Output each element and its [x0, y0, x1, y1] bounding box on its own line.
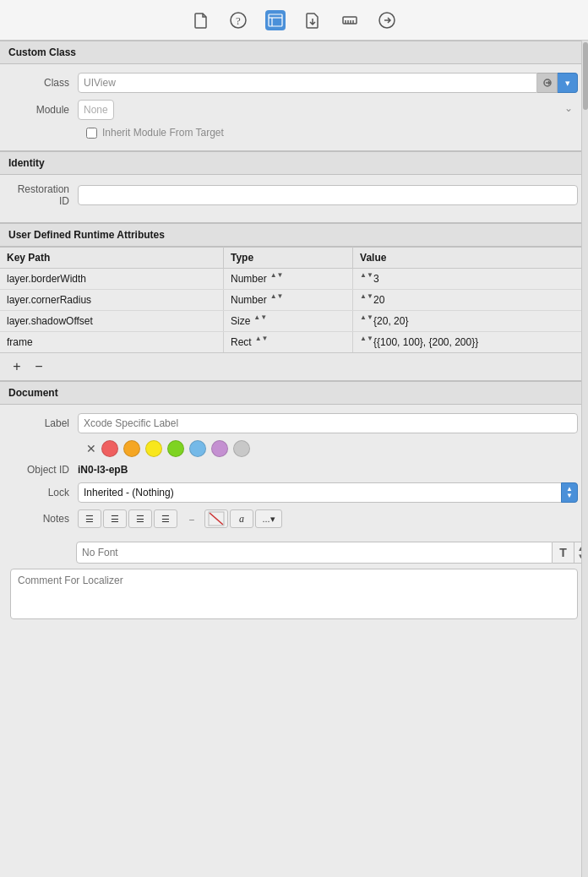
table-row: layer.cornerRadius Number ▲▼ ▲▼ 20	[0, 290, 588, 311]
font-input-wrap: T ▲ ▼	[76, 542, 588, 564]
value-stepper[interactable]: ▲▼	[360, 272, 370, 286]
scrollbar-track[interactable]	[581, 41, 588, 877]
swatch-blue[interactable]	[189, 440, 206, 457]
scrollbar-thumb[interactable]	[583, 42, 588, 110]
table-row: layer.shadowOffset Size ▲▼ ▲▼ {20, 20}	[0, 311, 588, 332]
keypath-cell: layer.cornerRadius	[0, 290, 223, 311]
notes-align-center-btn[interactable]: ☰	[103, 509, 127, 528]
col-type: Type	[223, 248, 352, 269]
type-stepper[interactable]: ▲▼	[253, 314, 264, 328]
document-body: Label ✕ Object ID iN0-l3-epB Lock	[0, 405, 588, 542]
ruler-icon[interactable]	[340, 10, 360, 30]
lock-select[interactable]: Inherited - (Nothing)	[78, 482, 578, 503]
class-arrow-btn[interactable]	[537, 73, 558, 93]
lock-label: Lock	[10, 487, 78, 498]
comment-wrap	[10, 569, 578, 622]
inherit-module-row: Inherit Module From Target	[10, 127, 578, 139]
keypath-cell: layer.borderWidth	[0, 269, 223, 290]
notes-align-right-btn[interactable]: ☰	[128, 509, 152, 528]
type-cell: Number ▲▼	[223, 269, 352, 290]
user-attrs-title: User Defined Runtime Attributes	[8, 229, 165, 241]
class-input[interactable]	[78, 73, 537, 93]
inherit-module-label: Inherit Module From Target	[102, 127, 224, 139]
font-input[interactable]	[76, 542, 553, 564]
restoration-id-input[interactable]	[78, 185, 578, 205]
notes-label: Notes	[10, 513, 78, 525]
identity-body: Restoration ID	[0, 175, 588, 222]
user-attrs-header: User Defined Runtime Attributes	[0, 223, 588, 247]
class-row: Class ▾	[10, 73, 578, 93]
keypath-cell: layer.shadowOffset	[0, 311, 223, 332]
value-cell: ▲▼ {20, 20}	[353, 311, 588, 332]
notes-text-btn[interactable]: a	[230, 509, 253, 528]
color-swatch-row: ✕	[10, 440, 578, 457]
identity-icon[interactable]	[265, 10, 286, 30]
forward-icon[interactable]	[377, 10, 397, 30]
type-cell: Size ▲▼	[223, 311, 352, 332]
restoration-id-label: Restoration ID	[10, 183, 78, 207]
custom-class-title: Custom Class	[8, 46, 76, 58]
value-cell: ▲▼ 3	[353, 269, 588, 290]
notes-separator-btn[interactable]: ---	[179, 509, 203, 528]
module-label: Module	[10, 104, 78, 116]
class-input-wrap: ▾	[78, 73, 578, 93]
swatch-yellow[interactable]	[145, 440, 162, 457]
inherit-module-checkbox[interactable]	[86, 128, 97, 139]
object-id-label: Object ID	[10, 464, 78, 476]
label-input[interactable]	[78, 413, 578, 433]
class-label: Class	[10, 77, 78, 89]
module-select-wrap: None	[78, 100, 578, 120]
object-id-row: Object ID iN0-l3-epB	[10, 464, 578, 476]
table-row: layer.borderWidth Number ▲▼ ▲▼ 3	[0, 269, 588, 290]
notes-justify-btn[interactable]: ☰	[154, 509, 177, 528]
add-remove-bar: + −	[0, 352, 588, 380]
notes-align-left-btn[interactable]: ☰	[78, 509, 101, 528]
svg-line-12	[210, 513, 223, 525]
swatch-x-button[interactable]: ✕	[86, 442, 96, 455]
value-stepper[interactable]: ▲▼	[360, 314, 370, 328]
remove-attribute-button[interactable]: −	[30, 358, 47, 375]
swatch-orange[interactable]	[123, 440, 140, 457]
font-T-button[interactable]: T	[553, 542, 574, 564]
module-select[interactable]: None	[78, 100, 114, 120]
arrow-down-icon[interactable]	[302, 10, 323, 30]
toolbar: ?	[0, 0, 588, 41]
lock-down-arrow: ▼	[566, 493, 573, 499]
value-stepper[interactable]: ▲▼	[360, 293, 370, 307]
swatch-gray[interactable]	[233, 440, 250, 457]
type-stepper[interactable]: ▲▼	[255, 335, 265, 349]
label-row: Label	[10, 413, 578, 433]
comment-textarea[interactable]	[10, 569, 578, 619]
custom-class-header: Custom Class	[0, 41, 588, 64]
class-blue-btn[interactable]: ▾	[558, 73, 578, 93]
type-stepper[interactable]: ▲▼	[270, 272, 280, 286]
notes-strikethrough-btn[interactable]	[204, 509, 228, 528]
document-title: Document	[8, 387, 58, 399]
table-row: frame Rect ▲▼ ▲▼ {{100, 100}, {200, 200}…	[0, 332, 588, 353]
keypath-cell: frame	[0, 332, 223, 353]
lock-select-wrap: Inherited - (Nothing) ▲ ▼	[78, 482, 578, 503]
add-attribute-button[interactable]: +	[8, 358, 25, 375]
help-icon[interactable]: ?	[228, 10, 248, 30]
main-panel: Custom Class Class ▾	[0, 41, 588, 622]
identity-title: Identity	[8, 157, 45, 169]
attributes-table: Key Path Type Value layer.borderWidth Nu…	[0, 247, 588, 352]
swatch-green[interactable]	[167, 440, 184, 457]
class-blue-chevron: ▾	[565, 78, 570, 89]
table-header-row: Key Path Type Value	[0, 248, 588, 269]
swatch-purple[interactable]	[211, 440, 228, 457]
type-cell: Rect ▲▼	[223, 332, 352, 353]
type-stepper[interactable]: ▲▼	[270, 293, 280, 307]
lock-row: Lock Inherited - (Nothing) ▲ ▼	[10, 482, 578, 503]
value-stepper[interactable]: ▲▼	[360, 335, 370, 349]
swatch-red[interactable]	[101, 440, 118, 457]
notes-row: Notes ☰ ☰ ☰ ☰ --- a ...▾	[10, 509, 578, 528]
value-cell: ▲▼ 20	[353, 290, 588, 311]
notes-more-btn[interactable]: ...▾	[255, 509, 282, 528]
font-row: T ▲ ▼	[0, 542, 588, 564]
value-cell: ▲▼ {{100, 100}, {200, 200}}	[353, 332, 588, 353]
lock-stepper[interactable]: ▲ ▼	[561, 482, 578, 503]
module-row: Module None	[10, 100, 578, 120]
col-value: Value	[353, 248, 588, 269]
file-icon[interactable]	[191, 10, 211, 30]
